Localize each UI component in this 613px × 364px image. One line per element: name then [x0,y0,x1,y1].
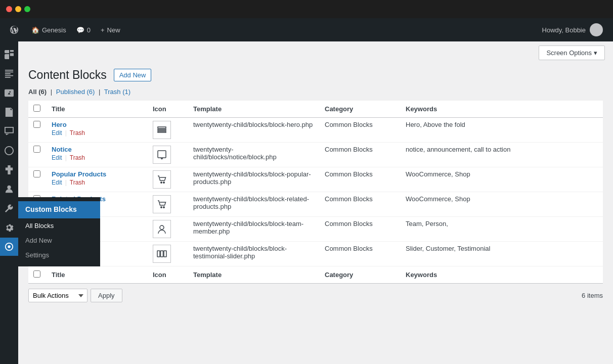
row-checkbox[interactable] [33,146,40,153]
new-nav-item[interactable]: + New [96,18,125,41]
maximize-button[interactable] [24,6,30,12]
block-icon [153,121,171,139]
table-header-row: Title Icon Template Category Keywords [28,101,603,118]
table-footer-row: Title Icon Template Category Keywords [28,266,603,284]
sidebar-icon-plugins[interactable] [0,161,18,179]
row-title-cell: Notice Edit | Trash [47,143,148,167]
flyout-item-add-new[interactable]: Add New [18,233,100,248]
row-keywords-cell: Team, Person, [401,217,603,242]
screen-options-button[interactable]: Screen Options ▾ [539,46,605,60]
sidebar-icon-users[interactable] [0,180,18,198]
icon-column-footer: Icon [148,266,188,284]
apply-button[interactable]: Apply [91,289,122,302]
title-column-header: Title [47,101,148,118]
svg-rect-4 [158,129,166,130]
sidebar-icon-dashboard[interactable] [0,46,18,64]
row-template-cell: twentytwenty-child/blocks/block-testimon… [188,242,320,266]
svg-rect-16 [164,251,166,257]
row-checkbox[interactable] [33,170,40,177]
flyout-menu: Custom Blocks All Blocks Add New Setting… [18,197,100,266]
add-new-button[interactable]: Add New [114,69,152,81]
edit-link[interactable]: Edit [52,129,62,136]
row-title-link[interactable]: Hero [52,121,143,128]
row-template-cell: twentytwenty-child/blocks/block-team-mem… [188,217,320,242]
howdy-text: Howdy, Bobbie [542,26,586,34]
keywords-column-header: Keywords [401,101,603,118]
home-icon: 🏠 [31,26,39,34]
svg-rect-6 [158,151,166,158]
row-keywords-cell: Slider, Customer, Testimonial [401,242,603,266]
row-keywords-cell: WooCommerce, Shop [401,167,603,192]
sidebar-icon-posts[interactable] [0,65,18,83]
row-category-cell: Common Blocks [320,118,401,143]
row-checkbox-cell [28,143,47,167]
filter-tab-all[interactable]: All (6) [28,88,47,96]
trash-link[interactable]: Trash [70,129,85,136]
row-title-link[interactable]: Notice [52,146,143,153]
category-column-footer: Category [320,266,401,284]
row-category-cell: Common Blocks [320,242,401,266]
sidebar-icon-comments[interactable] [0,122,18,141]
category-column-header: Category [320,101,401,118]
layout: Custom Blocks All Blocks Add New Setting… [0,41,613,364]
edit-link[interactable]: Edit [52,179,62,186]
avatar [590,23,603,36]
select-all-checkbox-footer[interactable] [33,270,40,278]
genesis-nav-item[interactable]: 🏠 Genesis [26,18,71,41]
svg-point-13 [160,225,164,230]
block-icon [153,146,171,164]
admin-bar: 🏠 Genesis 💬 0 + New Howdy, Bobbie [0,18,613,41]
row-icon-cell [148,143,188,167]
svg-point-0 [7,186,11,189]
svg-rect-5 [158,131,166,132]
flyout-item-all-blocks[interactable]: All Blocks [18,218,100,233]
sidebar-icon-tools[interactable] [0,199,18,217]
wp-logo[interactable] [5,21,23,39]
filter-tab-trash[interactable]: Trash (1) [104,88,130,96]
bulk-actions-select[interactable]: Bulk Actions Move to Trash [28,289,87,302]
row-template-cell: twentytwenty-child/blocks/block-popular-… [188,167,320,192]
genesis-label: Genesis [42,26,66,34]
admin-bar-right: Howdy, Bobbie [542,23,608,36]
flyout-header: Custom Blocks [18,201,100,218]
row-template-cell: twentytwenty-child/blocks/notice/block.p… [188,143,320,167]
sidebar-icon-pages[interactable] [0,103,18,121]
sidebar-icon-custom-blocks[interactable] [0,238,18,256]
content-blocks-table: Title Icon Template Category Keywords [28,101,603,284]
trash-link[interactable]: Trash [70,179,85,186]
minimize-button[interactable] [15,6,21,12]
row-checkbox-cell [28,167,47,192]
select-all-checkbox[interactable] [33,105,40,112]
comments-nav-item[interactable]: 💬 0 [71,18,96,41]
block-icon [153,170,171,189]
svg-rect-3 [158,127,166,128]
row-checkbox[interactable] [33,121,40,128]
flyout-item-settings[interactable]: Settings [18,248,100,262]
row-keywords-cell: WooCommerce, Shop [401,192,603,217]
row-keywords-cell: notice, announcement, call to action [401,143,603,167]
sidebar [0,41,18,364]
screen-options-bar: Screen Options ▾ [18,41,613,64]
title-column-footer: Title [47,266,148,284]
bottom-bar: Bulk Actions Move to Trash Apply 6 items [18,284,613,307]
row-title-link[interactable]: Popular Products [52,170,143,178]
close-button[interactable] [6,6,12,12]
sidebar-icon-media[interactable] [0,84,18,102]
sidebar-icon-settings[interactable] [0,218,18,237]
row-icon-cell [148,192,188,217]
comments-icon: 💬 [76,26,84,34]
main-content: Screen Options ▾ Content Blocks Add New … [18,41,613,364]
svg-point-12 [163,207,164,208]
block-icon [153,195,171,213]
table-row: Hero Edit | Trash twenty [28,118,603,143]
items-count: 6 items [582,292,603,299]
sidebar-icon-appearance[interactable] [0,142,18,160]
trash-link[interactable]: Trash [70,154,85,161]
screen-options-label: Screen Options [546,49,592,57]
svg-point-11 [161,207,162,208]
template-column-header: Template [188,101,320,118]
row-icon-cell [148,118,188,143]
edit-link[interactable]: Edit [52,154,62,161]
filter-tab-published[interactable]: Published (6) [56,88,95,96]
row-title-cell: Popular Products Edit | Trash [47,167,148,192]
